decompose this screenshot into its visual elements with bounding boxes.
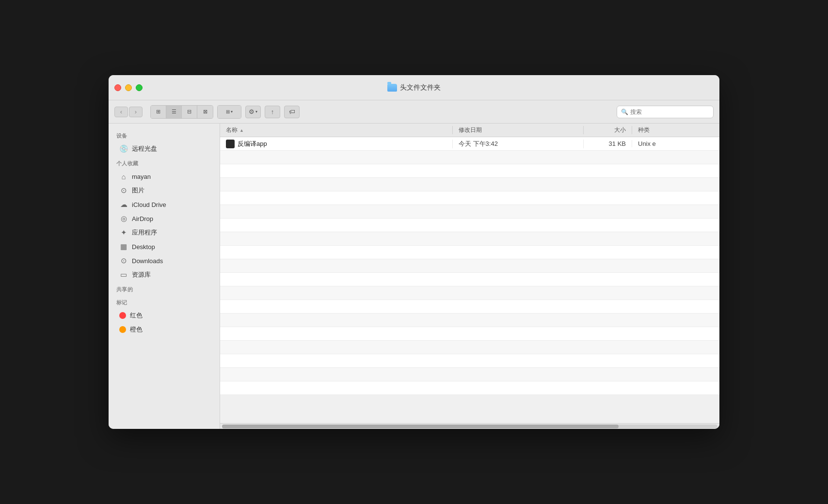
col-size-label: 大小 [614, 126, 626, 133]
search-icon: 🔍 [621, 109, 628, 115]
library-icon: ▭ [119, 270, 128, 279]
gallery-view-button[interactable]: ⊠ [197, 106, 213, 118]
apps-icon: ✦ [119, 228, 128, 237]
icon-view-button[interactable]: ⊞ [151, 106, 166, 118]
list-view-button[interactable]: ☰ [166, 106, 182, 118]
table-row[interactable] [220, 273, 719, 286]
sidebar-section-tags: 标记 [109, 295, 220, 308]
search-input[interactable] [630, 109, 709, 115]
back-button[interactable]: ‹ [114, 107, 128, 117]
file-type-cell: Unix e [632, 140, 719, 147]
view-controls: ⊞ ☰ ⊟ ⊠ [150, 105, 213, 119]
table-row[interactable] [220, 314, 719, 327]
table-row[interactable]: 反编译app 今天 下午3:42 31 KB Unix e [220, 137, 719, 151]
table-row[interactable] [220, 164, 719, 178]
col-type-header[interactable]: 种类 [632, 126, 719, 134]
tag-red-dot [119, 312, 126, 319]
gear-chevron-icon: ▾ [255, 110, 257, 114]
column-header: 名称 ▲ 修改日期 大小 种类 [220, 124, 719, 137]
view-options-button[interactable]: ⊞ ▾ [218, 106, 241, 118]
sidebar-label-tag-red: 红色 [130, 311, 143, 320]
sidebar-label-apps: 应用程序 [132, 228, 157, 237]
window-title-area: 头文件文件夹 [387, 83, 441, 92]
view-options-dropdown: ⊞ ▾ [217, 105, 241, 119]
maximize-button[interactable] [136, 84, 143, 91]
forward-icon: › [135, 108, 137, 115]
sidebar-item-apps[interactable]: ✦ 应用程序 [111, 226, 217, 239]
sidebar-item-tag-red[interactable]: 红色 [111, 309, 217, 322]
minimize-button[interactable] [125, 84, 132, 91]
gallery-view-icon: ⊠ [203, 109, 207, 115]
sidebar-item-desktop[interactable]: ▦ Desktop [111, 240, 217, 253]
sidebar-item-tag-orange[interactable]: 橙色 [111, 323, 217, 336]
share-button[interactable]: ↑ [265, 106, 280, 118]
sidebar-section-devices: 设备 [109, 128, 220, 142]
sidebar-label-downloads: Downloads [132, 257, 163, 265]
airdrop-icon: ◎ [119, 214, 128, 223]
column-view-icon: ⊟ [187, 109, 191, 115]
sidebar-label-icloud: iCloud Drive [132, 201, 166, 208]
table-row[interactable] [220, 354, 719, 368]
title-bar: 头文件文件夹 [109, 75, 719, 100]
col-type-label: 种类 [638, 126, 650, 133]
table-row[interactable] [220, 151, 719, 164]
table-row[interactable] [220, 327, 719, 341]
close-button[interactable] [114, 84, 121, 91]
grid-icon: ⊞ [226, 109, 230, 114]
table-row[interactable] [220, 232, 719, 246]
list-view-icon: ☰ [172, 109, 176, 115]
forward-button[interactable]: › [129, 107, 143, 117]
file-size: 31 KB [609, 140, 626, 147]
col-date-header[interactable]: 修改日期 [453, 126, 584, 134]
sidebar-label-airdrop: AirDrop [132, 215, 153, 222]
downloads-icon: ⊙ [119, 256, 128, 265]
tag-button[interactable]: 🏷 [284, 106, 300, 118]
desktop-icon: ▦ [119, 242, 128, 251]
table-row[interactable] [220, 191, 719, 205]
table-row[interactable] [220, 205, 719, 219]
col-size-header[interactable]: 大小 [584, 126, 632, 134]
table-row[interactable] [220, 286, 719, 300]
col-date-label: 修改日期 [459, 126, 482, 133]
file-date-cell: 今天 下午3:42 [453, 140, 584, 148]
table-row[interactable] [220, 178, 719, 191]
table-row[interactable] [220, 246, 719, 259]
sidebar-item-airdrop[interactable]: ◎ AirDrop [111, 212, 217, 225]
file-name: 反编译app [238, 140, 267, 148]
table-row[interactable] [220, 219, 719, 232]
file-name-cell: 反编译app [220, 140, 453, 148]
photos-icon: ⊙ [119, 186, 128, 195]
table-row[interactable] [220, 259, 719, 273]
sidebar-item-library[interactable]: ▭ 资源库 [111, 268, 217, 282]
remote-disk-icon: 💿 [119, 144, 128, 153]
chevron-down-icon: ▾ [231, 110, 233, 114]
toolbar: ‹ › ⊞ ☰ ⊟ ⊠ ⊞ ▾ [109, 100, 719, 124]
scrollbar-thumb[interactable] [222, 425, 619, 428]
table-row[interactable] [220, 300, 719, 314]
sidebar-item-mayan[interactable]: ⌂ mayan [111, 170, 217, 183]
table-row[interactable] [220, 341, 719, 354]
sidebar-item-downloads[interactable]: ⊙ Downloads [111, 254, 217, 268]
share-icon: ↑ [271, 108, 274, 115]
action-menu-button[interactable]: ⚙ ▾ [245, 106, 261, 118]
horizontal-scrollbar[interactable] [220, 423, 719, 429]
tag-orange-dot [119, 326, 126, 333]
column-view-button[interactable]: ⊟ [182, 106, 197, 118]
table-row[interactable] [220, 381, 719, 395]
app-file-icon [226, 140, 235, 148]
sidebar-item-icloud[interactable]: ☁ iCloud Drive [111, 198, 217, 211]
sidebar: 设备 💿 远程光盘 个人收藏 ⌂ mayan ⊙ 图片 ☁ iCloud Dri… [109, 124, 220, 429]
back-icon: ‹ [120, 108, 122, 115]
search-box[interactable]: 🔍 [617, 106, 714, 118]
sidebar-item-photos[interactable]: ⊙ 图片 [111, 184, 217, 197]
sort-ascending-icon: ▲ [239, 128, 244, 133]
file-date: 今天 下午3:42 [459, 140, 498, 147]
gear-icon: ⚙ [249, 108, 255, 115]
sidebar-item-remote-disk[interactable]: 💿 远程光盘 [111, 142, 217, 156]
table-row[interactable] [220, 368, 719, 381]
sidebar-label-library: 资源库 [132, 270, 151, 279]
nav-buttons: ‹ › [114, 107, 143, 117]
col-name-header[interactable]: 名称 ▲ [220, 126, 453, 134]
file-type: Unix e [638, 140, 656, 147]
content-area: 设备 💿 远程光盘 个人收藏 ⌂ mayan ⊙ 图片 ☁ iCloud Dri… [109, 124, 719, 429]
